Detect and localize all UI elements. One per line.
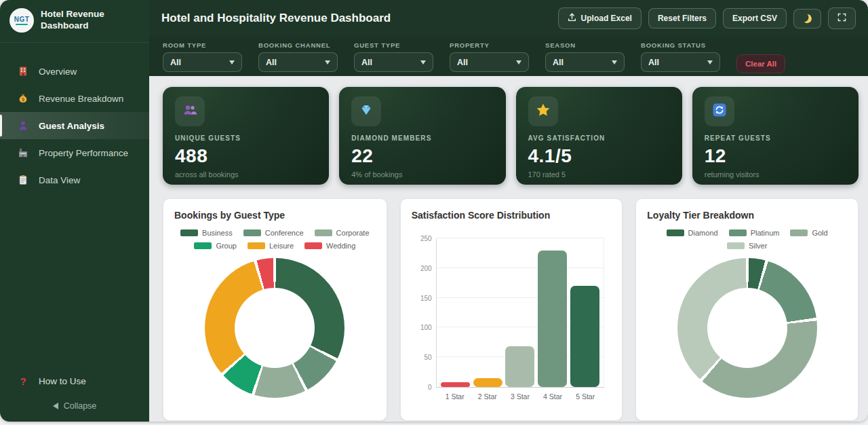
- legend-swatch: [727, 242, 745, 249]
- content: UNIQUE GUESTS488across all bookingsDIAMO…: [149, 76, 868, 422]
- loyalty-tier-donut-chart: [677, 258, 817, 398]
- filter-select-value: All: [553, 58, 564, 67]
- kpi-value: 4.1/5: [528, 145, 670, 167]
- y-axis-tick-label: 250: [420, 235, 432, 242]
- filter-select-booking-status[interactable]: All: [641, 52, 720, 72]
- kpi-icon-tile: [351, 96, 381, 126]
- chevron-down-icon: [325, 60, 330, 64]
- clear-all-button[interactable]: Clear All: [736, 54, 785, 73]
- users-icon: [182, 103, 197, 120]
- filter-group-guest-type: GUEST TYPEAll: [354, 41, 433, 72]
- legend-label: Wedding: [326, 242, 355, 250]
- legend-label: Silver: [749, 242, 768, 250]
- filter-group-season: SEASONAll: [545, 41, 625, 72]
- logo-row: NGT Hotel Revenue Dashboard: [0, 0, 149, 43]
- filter-bar: ROOM TYPEAllBOOKING CHANNELAllGUEST TYPE…: [149, 37, 868, 76]
- legend-swatch: [180, 229, 198, 236]
- legend-swatch: [304, 242, 322, 249]
- legend-swatch: [248, 242, 265, 249]
- legend-item-wedding: Wedding: [304, 242, 355, 250]
- filter-group-room-type: ROOM TYPEAll: [163, 41, 242, 72]
- y-axis-tick-label: 50: [425, 354, 432, 361]
- help-label: How to Use: [39, 376, 86, 386]
- fullscreen-button[interactable]: [828, 7, 856, 29]
- sidebar-item-how-to-use[interactable]: ? How to Use: [0, 368, 149, 394]
- chart-card-satisfaction-distribution: Satisfaction Score Distribution 05010015…: [400, 198, 623, 421]
- bars-group: [437, 238, 604, 387]
- legend-label: Corporate: [336, 229, 370, 237]
- chevron-down-icon: [229, 60, 235, 64]
- filter-select-value: All: [170, 58, 181, 67]
- chevron-down-icon: [612, 60, 617, 64]
- kpi-label: DIAMOND MEMBERS: [351, 134, 493, 142]
- donut-wrap: [647, 258, 847, 398]
- collapse-button[interactable]: Collapse: [0, 394, 149, 422]
- question-icon: ?: [17, 375, 29, 387]
- moon-icon: [802, 13, 813, 24]
- filter-select-property[interactable]: All: [450, 52, 529, 72]
- app-window: NGT Hotel Revenue Dashboard Overview$Rev…: [0, 0, 868, 422]
- page-title: Hotel and Hospitality Revenue Dashboard: [161, 12, 551, 25]
- sidebar-item-property-performance[interactable]: Property Performance: [0, 139, 149, 166]
- kpi-sublabel: 4% of bookings: [351, 170, 493, 179]
- legend-label: Business: [202, 229, 233, 237]
- kpi-card-unique-guests: UNIQUE GUESTS488across all bookings: [163, 87, 329, 185]
- sidebar-item-data-view[interactable]: Data View: [0, 166, 149, 193]
- filter-select-room-type[interactable]: All: [163, 52, 242, 72]
- sidebar-item-guest-analysis[interactable]: Guest Analysis: [0, 112, 149, 139]
- theme-toggle-button[interactable]: [793, 9, 821, 29]
- x-axis-label: 3 Star: [505, 392, 534, 401]
- filter-group-booking-status: BOOKING STATUSAll: [641, 41, 720, 72]
- sidebar-item-revenue-breakdown[interactable]: $Revenue Breakdown: [0, 85, 149, 112]
- filter-select-guest-type[interactable]: All: [354, 52, 433, 72]
- reset-filters-button[interactable]: Reset Filters: [648, 8, 716, 29]
- kpi-icon-tile: [705, 96, 734, 126]
- chevron-down-icon: [707, 60, 713, 64]
- bar-5-star: [570, 286, 599, 387]
- donut-wrap: [174, 258, 376, 398]
- filter-select-booking-channel[interactable]: All: [258, 52, 338, 72]
- kpi-label: AVG SATISFACTION: [528, 134, 670, 142]
- filter-label: SEASON: [545, 41, 625, 49]
- legend-swatch: [243, 229, 261, 236]
- person-icon: [17, 119, 29, 132]
- legend-label: Group: [216, 242, 237, 250]
- chevron-down-icon: [420, 60, 426, 64]
- sidebar-item-label: Data View: [39, 175, 80, 185]
- sidebar: NGT Hotel Revenue Dashboard Overview$Rev…: [0, 0, 149, 422]
- sidebar-item-label: Guest Analysis: [39, 121, 104, 131]
- sidebar-item-overview[interactable]: Overview: [0, 58, 149, 85]
- factory-icon: [17, 147, 29, 159]
- kpi-card-diamond-members: DIAMOND MEMBERS224% of bookings: [339, 87, 505, 185]
- legend-swatch: [194, 242, 212, 249]
- filter-select-value: All: [457, 58, 468, 67]
- legend-swatch: [729, 229, 747, 236]
- legend-label: Conference: [265, 229, 304, 237]
- loyalty-tier-legend: DiamondPlatinumGoldSilver: [647, 227, 847, 250]
- filter-select-season[interactable]: All: [545, 52, 625, 72]
- ngt-logo: NGT: [9, 8, 34, 33]
- reset-filters-label: Reset Filters: [658, 14, 707, 23]
- legend-item-diamond: Diamond: [667, 229, 718, 237]
- kpi-value: 12: [705, 145, 846, 167]
- guest-type-legend: BusinessConferenceCorporateGroupLeisureW…: [174, 227, 376, 250]
- sidebar-item-label: Revenue Breakdown: [39, 94, 123, 104]
- filter-group-booking-channel: BOOKING CHANNELAll: [258, 41, 338, 72]
- filter-label: BOOKING STATUS: [641, 41, 720, 49]
- y-axis-tick-label: 200: [420, 264, 432, 272]
- export-csv-button[interactable]: Export CSV: [723, 8, 787, 29]
- x-axis-label: 1 Star: [440, 392, 469, 401]
- chart-card-bookings-by-guest-type: Bookings by Guest Type BusinessConferenc…: [163, 198, 387, 421]
- repeat-icon: [712, 103, 727, 120]
- x-axis-label: 4 Star: [538, 392, 568, 401]
- legend-item-silver: Silver: [727, 242, 768, 250]
- upload-excel-button[interactable]: Upload Excel: [558, 7, 642, 29]
- legend-swatch: [667, 229, 684, 236]
- logo-swoosh: [16, 24, 28, 25]
- y-axis-tick-label: 0: [428, 384, 432, 391]
- bar-3-star: [505, 346, 534, 387]
- collapse-arrow-icon: [53, 403, 58, 409]
- bar-2-star: [473, 378, 502, 387]
- sidebar-item-label: Overview: [39, 67, 77, 77]
- chart-title: Bookings by Guest Type: [174, 210, 376, 221]
